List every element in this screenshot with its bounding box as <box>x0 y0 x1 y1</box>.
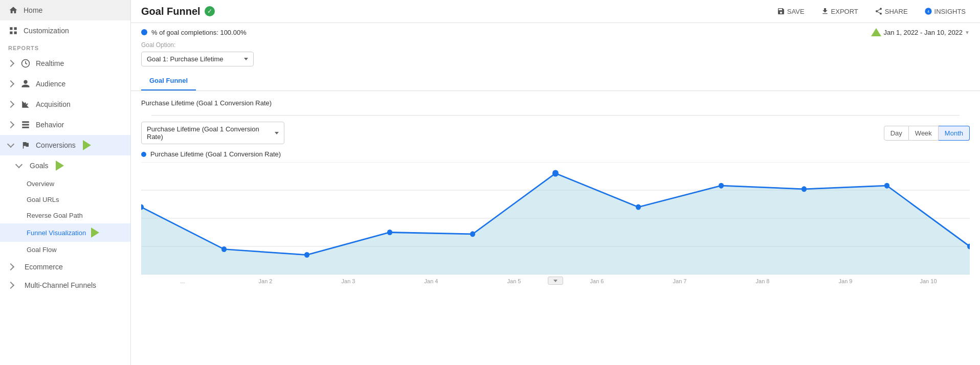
chart-divider <box>151 115 960 116</box>
sidebar-item-multichannel[interactable]: Multi-Channel Funnels <box>0 276 130 294</box>
sidebar-item-audience[interactable]: Audience <box>0 74 130 94</box>
sidebar-item-label-realtime: Realtime <box>36 59 64 67</box>
save-label: SAVE <box>787 8 805 15</box>
sidebar-item-label-conversions: Conversions <box>36 141 76 149</box>
sidebar-subitem-funnel-visualization[interactable]: Funnel Visualization <box>0 223 130 242</box>
date-range-selector[interactable]: Jan 1, 2022 - Jan 10, 2022 ▼ <box>871 28 970 36</box>
sidebar-item-label-acquisition: Acquisition <box>36 100 71 108</box>
multichannel-arrow-icon <box>7 282 14 289</box>
tab-goal-funnel-label: Goal Funnel <box>149 77 188 84</box>
goals-highlight-arrow <box>56 161 64 171</box>
chart-legend: Purchase Lifetime (Goal 1 Conversion Rat… <box>141 150 970 158</box>
legend-label: Purchase Lifetime (Goal 1 Conversion Rat… <box>150 150 281 158</box>
sidebar-item-realtime[interactable]: Realtime <box>0 53 130 74</box>
realtime-icon <box>20 58 31 69</box>
funnel-viz-highlight-arrow <box>91 227 99 238</box>
sidebar-item-home[interactable]: Home <box>0 0 130 20</box>
x-label-0: ... <box>141 278 224 284</box>
x-label-4: Jan 5 <box>473 278 555 284</box>
home-label: Home <box>24 6 42 14</box>
time-btn-week[interactable]: Week <box>909 126 939 141</box>
acquisition-arrow-icon <box>7 101 14 108</box>
sidebar-item-acquisition[interactable]: Acquisition <box>0 94 130 115</box>
svg-point-20 <box>552 170 559 176</box>
insights-button[interactable]: 4 INSIGHTS <box>920 5 970 17</box>
x-label-6: Jan 7 <box>638 278 721 284</box>
metric-dropdown[interactable]: Purchase Lifetime (Goal 1 Conversion Rat… <box>141 122 284 144</box>
customization-label: Customization <box>24 27 69 35</box>
sidebar-item-customization[interactable]: Customization <box>0 20 130 41</box>
conversions-arrow-icon <box>7 141 14 148</box>
svg-rect-5 <box>22 121 29 123</box>
svg-rect-2 <box>14 32 17 34</box>
svg-point-22 <box>719 183 724 189</box>
date-range-label: Jan 1, 2022 - Jan 10, 2022 <box>883 29 963 36</box>
svg-point-17 <box>304 252 309 258</box>
sidebar-subitem-overview[interactable]: Overview <box>0 176 130 192</box>
goal-option-section: Goal Option: Goal 1: Purchase Lifetime <box>131 41 980 72</box>
metric-dropdown-value: Purchase Lifetime (Goal 1 Conversion Rat… <box>147 125 272 141</box>
svg-point-24 <box>884 183 889 189</box>
x-label-9: Jan 10 <box>887 278 970 284</box>
completions-dot <box>141 29 147 35</box>
x-label-1: Jan 2 <box>224 278 307 284</box>
top-bar: Goal Funnel ✓ SAVE EXPORT SHARE 4 INSIGH… <box>131 0 980 23</box>
conversions-highlight-arrow <box>83 140 91 150</box>
save-button[interactable]: SAVE <box>773 5 809 17</box>
svg-point-19 <box>470 231 475 237</box>
audience-arrow-icon <box>7 80 14 87</box>
realtime-arrow-icon <box>7 60 14 67</box>
main-content: Goal Funnel ✓ SAVE EXPORT SHARE 4 INSIGH… <box>131 0 980 365</box>
sidebar-subitem-goal-urls[interactable]: Goal URLs <box>0 192 130 208</box>
goal-option-value: Goal 1: Purchase Lifetime <box>147 55 224 63</box>
ecommerce-arrow-icon <box>7 263 14 270</box>
sidebar-item-goals[interactable]: Goals <box>0 155 130 176</box>
time-period-buttons: Day Week Month <box>884 126 970 141</box>
share-icon <box>875 7 883 15</box>
x-label-3: Jan 4 <box>390 278 473 284</box>
content-area: Purchase Lifetime (Goal 1 Conversion Rat… <box>131 91 980 365</box>
customization-icon <box>8 26 18 36</box>
svg-rect-6 <box>22 124 29 126</box>
tab-goal-funnel[interactable]: Goal Funnel <box>141 72 196 90</box>
chart-subtitle: Purchase Lifetime (Goal 1 Conversion Rat… <box>141 99 970 107</box>
insights-label: INSIGHTS <box>934 8 966 15</box>
insights-icon: 4 <box>924 7 932 15</box>
conversions-icon <box>20 140 31 150</box>
goal-option-label: Goal Option: <box>141 41 970 49</box>
x-label-2: Jan 3 <box>307 278 390 284</box>
x-axis-labels: ... Jan 2 Jan 3 Jan 4 Jan 5 Jan 6 Jan 7 … <box>141 276 970 284</box>
multichannel-label: Multi-Channel Funnels <box>25 281 96 289</box>
export-label: EXPORT <box>831 8 858 15</box>
funnel-visualization-label: Funnel Visualization <box>27 229 86 237</box>
behavior-arrow-icon <box>7 121 14 128</box>
top-bar-left: Goal Funnel ✓ <box>141 6 215 17</box>
chart-container: ... Jan 2 Jan 3 Jan 4 Jan 5 Jan 6 Jan 7 … <box>141 162 970 275</box>
date-range-up-arrow-icon <box>871 28 881 36</box>
chart-svg <box>141 162 970 275</box>
date-range-chevron-icon: ▼ <box>965 30 970 35</box>
goal-urls-label: Goal URLs <box>27 196 59 203</box>
goal-dropdown-arrow-icon <box>244 58 248 60</box>
goal-option-dropdown[interactable]: Goal 1: Purchase Lifetime <box>141 52 254 66</box>
sidebar-item-behavior[interactable]: Behavior <box>0 115 130 135</box>
sidebar-subitem-goal-flow[interactable]: Goal Flow <box>0 242 130 258</box>
export-button[interactable]: EXPORT <box>817 5 862 17</box>
svg-rect-3 <box>10 32 12 34</box>
sidebar-item-ecommerce[interactable]: Ecommerce <box>0 258 130 276</box>
page-title: Goal Funnel <box>141 6 201 17</box>
time-btn-month[interactable]: Month <box>939 126 970 141</box>
home-icon <box>8 5 18 15</box>
svg-rect-7 <box>22 127 29 128</box>
time-btn-day[interactable]: Day <box>884 126 909 141</box>
svg-point-23 <box>801 186 807 192</box>
behavior-icon <box>20 120 31 130</box>
goal-completions-bar: % of goal completions: 100.00% Jan 1, 20… <box>131 23 980 41</box>
sidebar-item-label-audience: Audience <box>36 80 65 88</box>
share-button[interactable]: SHARE <box>871 5 912 17</box>
ecommerce-label: Ecommerce <box>25 263 63 271</box>
share-label: SHARE <box>885 8 908 15</box>
svg-rect-0 <box>10 27 12 30</box>
sidebar-subitem-reverse-goal-path[interactable]: Reverse Goal Path <box>0 208 130 223</box>
sidebar-item-conversions[interactable]: Conversions <box>0 135 130 155</box>
